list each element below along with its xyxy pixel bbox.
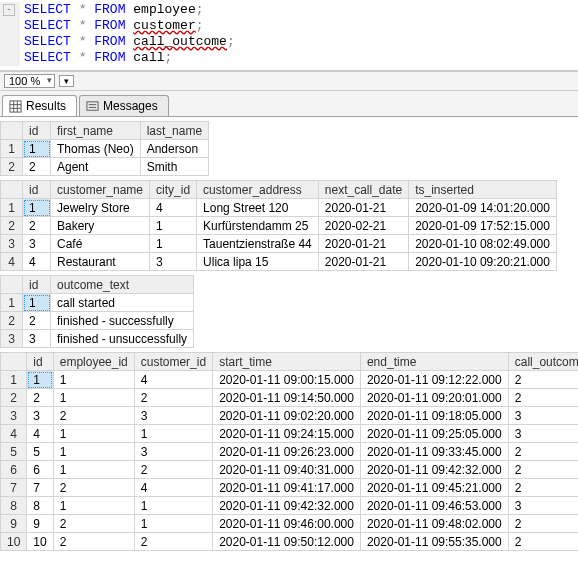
cell[interactable]: 2 [53, 407, 134, 425]
cell[interactable]: 2020-01-11 09:12:22.000 [360, 371, 508, 389]
col-header[interactable]: last_name [140, 122, 208, 140]
cell[interactable]: 5 [27, 443, 53, 461]
cell[interactable]: 2020-01-11 09:55:35.000 [360, 533, 508, 551]
table-row[interactable]: 1010222020-01-11 09:50:12.0002020-01-11 … [1, 533, 579, 551]
cell[interactable]: 1 [150, 235, 197, 253]
sql-line[interactable]: SELECT * FROM customer; [0, 18, 578, 34]
cell[interactable]: 2 [508, 533, 578, 551]
row-header[interactable]: 10 [1, 533, 27, 551]
sql-text[interactable]: SELECT * FROM customer; [20, 18, 204, 34]
table-row[interactable]: 33232020-01-11 09:02:20.0002020-01-11 09… [1, 407, 579, 425]
row-header[interactable]: 1 [1, 371, 27, 389]
cell[interactable]: 1 [53, 497, 134, 515]
cell[interactable]: 2020-01-11 09:46:53.000 [360, 497, 508, 515]
sql-line[interactable]: -SELECT * FROM employee; [0, 2, 578, 18]
zoom-extra-dropdown[interactable]: ▾ [59, 75, 74, 87]
cell[interactable]: 3 [134, 443, 212, 461]
cell[interactable]: 9 [27, 515, 53, 533]
cell[interactable]: 2 [134, 461, 212, 479]
row-header[interactable]: 2 [1, 389, 27, 407]
cell[interactable]: 2 [27, 389, 53, 407]
cell[interactable]: 2020-01-11 09:48:02.000 [360, 515, 508, 533]
tab-messages[interactable]: Messages [79, 95, 169, 116]
cell[interactable]: 2020-01-21 [318, 199, 408, 217]
cell[interactable]: 2020-01-11 09:00:15.000 [213, 371, 361, 389]
cell[interactable]: 2020-01-10 08:02:49.000 [409, 235, 557, 253]
cell[interactable]: 6 [27, 461, 53, 479]
table-row[interactable]: 22AgentSmith [1, 158, 209, 176]
table-row[interactable]: 99212020-01-11 09:46:00.0002020-01-11 09… [1, 515, 579, 533]
row-header[interactable]: 8 [1, 497, 27, 515]
sql-text[interactable]: SELECT * FROM employee; [20, 2, 204, 18]
cell[interactable]: Smith [140, 158, 208, 176]
row-header[interactable]: 1 [1, 140, 23, 158]
cell[interactable]: 1 [27, 371, 53, 389]
table-row[interactable]: 88112020-01-11 09:42:32.0002020-01-11 09… [1, 497, 579, 515]
cell[interactable]: 2020-01-11 09:50:12.000 [213, 533, 361, 551]
row-header[interactable]: 3 [1, 235, 23, 253]
cell[interactable]: 2020-01-11 09:02:20.000 [213, 407, 361, 425]
row-header[interactable]: 3 [1, 330, 23, 348]
table-row[interactable]: 11142020-01-11 09:00:15.0002020-01-11 09… [1, 371, 579, 389]
cell[interactable]: 2020-01-11 09:40:31.000 [213, 461, 361, 479]
cell[interactable]: 3 [508, 425, 578, 443]
cell[interactable]: Agent [51, 158, 141, 176]
cell[interactable]: 3 [508, 497, 578, 515]
row-header[interactable]: 5 [1, 443, 27, 461]
cell[interactable]: 1 [150, 217, 197, 235]
cell[interactable]: 8 [27, 497, 53, 515]
cell[interactable]: 7 [27, 479, 53, 497]
col-header[interactable]: next_call_date [318, 181, 408, 199]
tab-results[interactable]: Results [2, 95, 77, 116]
cell[interactable]: 1 [23, 294, 51, 312]
col-header[interactable]: id [23, 181, 51, 199]
cell[interactable]: Jewelry Store [51, 199, 150, 217]
col-header[interactable]: end_time [360, 353, 508, 371]
cell[interactable]: 3 [134, 407, 212, 425]
cell[interactable]: 2020-01-11 09:41:17.000 [213, 479, 361, 497]
row-header[interactable]: 3 [1, 407, 27, 425]
row-header[interactable]: 2 [1, 312, 23, 330]
cell[interactable]: 2 [134, 533, 212, 551]
col-header[interactable]: id [27, 353, 53, 371]
cell[interactable]: Long Street 120 [197, 199, 319, 217]
cell[interactable]: 10 [27, 533, 53, 551]
table-row[interactable]: 77242020-01-11 09:41:17.0002020-01-11 09… [1, 479, 579, 497]
cell[interactable]: 1 [134, 515, 212, 533]
cell[interactable]: 1 [53, 425, 134, 443]
col-header[interactable]: outcome_text [51, 276, 194, 294]
collapse-icon[interactable]: - [3, 4, 15, 16]
sql-text[interactable]: SELECT * FROM call; [20, 50, 172, 66]
cell[interactable]: 2 [508, 443, 578, 461]
col-header[interactable]: city_id [150, 181, 197, 199]
cell[interactable]: 4 [23, 253, 51, 271]
cell[interactable]: call started [51, 294, 194, 312]
cell[interactable]: 2020-01-09 17:52:15.000 [409, 217, 557, 235]
cell[interactable]: 2 [23, 312, 51, 330]
cell[interactable]: 1 [53, 443, 134, 461]
col-header[interactable]: id [23, 122, 51, 140]
cell[interactable]: 2020-01-11 09:24:15.000 [213, 425, 361, 443]
cell[interactable]: 2020-01-11 09:42:32.000 [213, 497, 361, 515]
cell[interactable]: 1 [134, 497, 212, 515]
cell[interactable]: 2020-02-21 [318, 217, 408, 235]
cell[interactable]: 4 [134, 371, 212, 389]
cell[interactable]: 2 [508, 461, 578, 479]
row-header[interactable]: 2 [1, 158, 23, 176]
sql-text[interactable]: SELECT * FROM call_outcome; [20, 34, 235, 50]
cell[interactable]: 2020-01-11 09:33:45.000 [360, 443, 508, 461]
cell[interactable]: 2 [508, 389, 578, 407]
cell[interactable]: 2020-01-10 09:20:21.000 [409, 253, 557, 271]
cell[interactable]: 3 [23, 330, 51, 348]
col-header[interactable]: start_time [213, 353, 361, 371]
table-row[interactable]: 66122020-01-11 09:40:31.0002020-01-11 09… [1, 461, 579, 479]
table-row[interactable]: 22122020-01-11 09:14:50.0002020-01-11 09… [1, 389, 579, 407]
cell[interactable]: 2020-01-11 09:45:21.000 [360, 479, 508, 497]
cell[interactable]: Café [51, 235, 150, 253]
cell[interactable]: 1 [134, 425, 212, 443]
cell[interactable]: finished - unsuccessfully [51, 330, 194, 348]
cell[interactable]: 2020-01-11 09:42:32.000 [360, 461, 508, 479]
grid-outcome[interactable]: idoutcome_text11call started22finished -… [0, 275, 194, 348]
cell[interactable]: 1 [23, 199, 51, 217]
cell[interactable]: 2020-01-11 09:26:23.000 [213, 443, 361, 461]
